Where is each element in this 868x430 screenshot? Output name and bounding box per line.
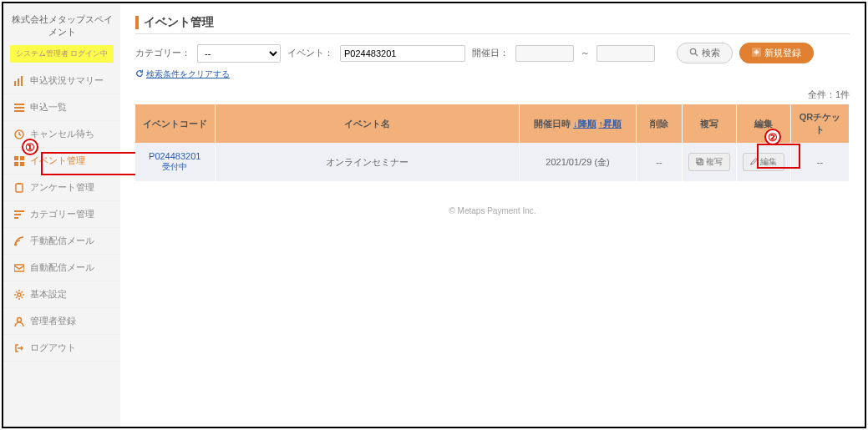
category-select[interactable]: -- bbox=[197, 44, 281, 63]
result-count: 全件：1件 bbox=[135, 89, 850, 101]
main-content: イベント管理 カテゴリー： -- イベント： 開催日： ～ 検索 新規登録 bbox=[120, 3, 865, 427]
new-register-button[interactable]: 新規登録 bbox=[739, 43, 814, 63]
plus-icon bbox=[752, 48, 761, 58]
svg-rect-0 bbox=[14, 81, 16, 86]
event-name-cell: オンラインセミナー bbox=[215, 143, 520, 181]
brand-name: 株式会社メタップスペイメント bbox=[3, 10, 120, 45]
user-icon bbox=[13, 316, 25, 327]
sidebar-item-admin-register[interactable]: 管理者登録 bbox=[3, 308, 120, 335]
event-status: 受付中 bbox=[162, 162, 187, 171]
col-delete: 削除 bbox=[637, 104, 683, 143]
footer-copyright: © Metaps Payment Inc. bbox=[135, 206, 850, 215]
clock-icon bbox=[13, 129, 25, 140]
clear-filters-link[interactable]: 検索条件をクリアする bbox=[135, 68, 230, 80]
event-code-input[interactable] bbox=[340, 45, 465, 62]
sidebar-item-applications[interactable]: 申込一覧 bbox=[3, 94, 120, 121]
sidebar-item-manual-mail[interactable]: 手動配信メール bbox=[3, 228, 120, 255]
sidebar-item-label: キャンセル待ち bbox=[30, 128, 94, 140]
svg-rect-8 bbox=[20, 156, 24, 160]
svg-rect-4 bbox=[14, 107, 24, 109]
page-title: イベント管理 bbox=[144, 15, 214, 30]
sidebar-item-label: アンケート管理 bbox=[30, 181, 94, 194]
sidebar: 株式会社メタップスペイメント システム管理者 ログイン中 申込状況サマリー 申込… bbox=[3, 3, 120, 427]
sidebar-item-label: 申込一覧 bbox=[30, 101, 67, 114]
copy-button[interactable]: 複写 bbox=[688, 153, 730, 171]
svg-rect-5 bbox=[14, 110, 24, 112]
table-row: P024483201 受付中 オンラインセミナー 2021/01/29 (金) … bbox=[135, 143, 850, 181]
svg-point-20 bbox=[690, 48, 695, 53]
edit-icon bbox=[750, 158, 758, 167]
svg-rect-9 bbox=[14, 162, 18, 166]
grid-icon bbox=[13, 155, 25, 167]
sidebar-item-label: ログアウト bbox=[30, 341, 76, 354]
svg-rect-22 bbox=[696, 158, 701, 163]
sidebar-item-basic-settings[interactable]: 基本設定 bbox=[3, 281, 120, 308]
svg-rect-7 bbox=[14, 156, 18, 160]
svg-rect-15 bbox=[14, 217, 18, 219]
date-separator: ～ bbox=[581, 47, 590, 59]
list-icon bbox=[13, 102, 25, 114]
sort-asc-link[interactable]: ↑昇順 bbox=[599, 119, 622, 129]
svg-rect-2 bbox=[21, 76, 23, 86]
gear-icon bbox=[13, 289, 25, 301]
sidebar-item-label: イベント管理 bbox=[30, 154, 85, 167]
col-qr: QRチケット bbox=[791, 104, 850, 143]
copy-button-label: 複写 bbox=[706, 156, 723, 168]
copy-icon bbox=[696, 158, 703, 167]
event-code-link[interactable]: P024483201 bbox=[149, 151, 201, 161]
col-edit: 編集 bbox=[737, 104, 791, 143]
event-label: イベント： bbox=[287, 47, 333, 59]
svg-rect-10 bbox=[20, 162, 24, 166]
col-date: 開催日時 ↓降順 ↑昇順 bbox=[520, 104, 637, 143]
sidebar-item-label: 手動配信メール bbox=[30, 235, 94, 247]
col-code: イベントコード bbox=[135, 104, 215, 143]
edit-button-label: 編集 bbox=[760, 156, 777, 168]
event-date-cell: 2021/01/29 (金) bbox=[520, 143, 637, 181]
svg-point-19 bbox=[18, 317, 22, 321]
date-to-input[interactable] bbox=[596, 45, 655, 62]
sort-desc-link[interactable]: ↓降順 bbox=[573, 119, 596, 129]
title-bar-accent bbox=[135, 16, 139, 29]
rss-icon bbox=[13, 235, 25, 247]
sidebar-item-auto-mail[interactable]: 自動配信メール bbox=[3, 255, 120, 281]
logout-icon bbox=[13, 342, 25, 354]
search-button[interactable]: 検索 bbox=[677, 43, 733, 63]
events-table: イベントコード イベント名 開催日時 ↓降順 ↑昇順 削除 複写 編集 QRチケ… bbox=[135, 104, 850, 181]
edit-button[interactable]: 編集 bbox=[743, 153, 784, 171]
tag-icon bbox=[13, 209, 25, 220]
sidebar-item-logout[interactable]: ログアウト bbox=[3, 335, 120, 362]
delete-cell: -- bbox=[637, 143, 683, 181]
svg-point-18 bbox=[18, 293, 21, 296]
svg-rect-12 bbox=[18, 183, 21, 185]
svg-rect-11 bbox=[16, 184, 23, 192]
new-register-label: 新規登録 bbox=[764, 47, 801, 59]
col-copy: 複写 bbox=[683, 104, 737, 143]
sidebar-item-event-mgmt[interactable]: イベント管理 bbox=[3, 148, 120, 175]
login-status: システム管理者 ログイン中 bbox=[10, 45, 114, 63]
sidebar-item-summary[interactable]: 申込状況サマリー bbox=[3, 68, 120, 94]
refresh-icon bbox=[135, 69, 144, 79]
svg-rect-1 bbox=[18, 78, 19, 86]
svg-rect-13 bbox=[14, 210, 24, 212]
sidebar-item-label: カテゴリー管理 bbox=[30, 208, 94, 220]
sidebar-item-label: 申込状況サマリー bbox=[30, 74, 104, 87]
col-name: イベント名 bbox=[215, 104, 520, 143]
clipboard-icon bbox=[13, 182, 25, 194]
sidebar-item-survey[interactable]: アンケート管理 bbox=[3, 175, 120, 201]
sidebar-item-cancel-wait[interactable]: キャンセル待ち bbox=[3, 121, 120, 148]
sidebar-item-label: 管理者登録 bbox=[30, 315, 76, 327]
search-icon bbox=[689, 48, 698, 58]
svg-rect-23 bbox=[698, 159, 703, 164]
date-from-input[interactable] bbox=[515, 45, 574, 62]
filter-bar: カテゴリー： -- イベント： 開催日： ～ 検索 新規登録 bbox=[135, 43, 850, 63]
chart-icon bbox=[13, 75, 25, 87]
svg-rect-17 bbox=[14, 265, 24, 271]
clear-filters-label: 検索条件をクリアする bbox=[146, 68, 230, 80]
sidebar-item-label: 自動配信メール bbox=[30, 261, 94, 274]
svg-point-16 bbox=[15, 243, 18, 245]
svg-rect-3 bbox=[14, 104, 24, 105]
search-button-label: 検索 bbox=[702, 47, 720, 59]
qr-cell: -- bbox=[791, 143, 850, 181]
svg-rect-14 bbox=[14, 214, 21, 215]
sidebar-item-category[interactable]: カテゴリー管理 bbox=[3, 201, 120, 228]
